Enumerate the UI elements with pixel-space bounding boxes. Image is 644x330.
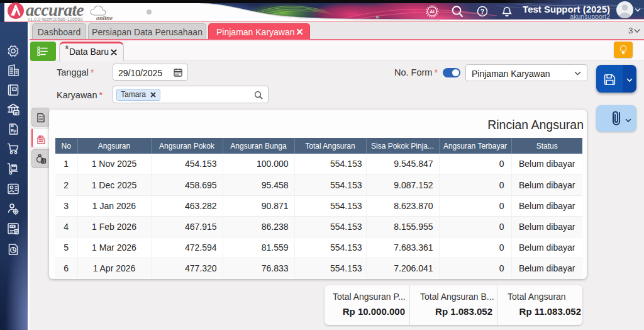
svg-text:v1.0.0-test#20586-120550: v1.0.0-test#20586-120550 bbox=[28, 16, 83, 22]
svg-text:Rp: Rp bbox=[11, 128, 16, 134]
svg-text:online: online bbox=[96, 14, 113, 21]
svg-text:TAX: TAX bbox=[10, 225, 15, 228]
svg-text:AI: AI bbox=[430, 9, 435, 14]
